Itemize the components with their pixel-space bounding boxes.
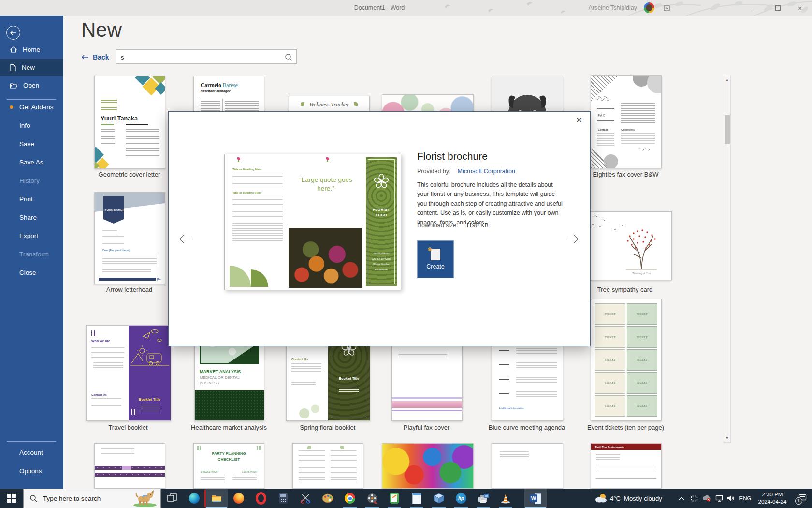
scrollbar-thumb[interactable] bbox=[725, 115, 730, 144]
account-user-name[interactable]: Arseine Tshipidiay bbox=[588, 4, 637, 11]
create-button[interactable]: Create bbox=[417, 240, 454, 278]
text-placeholder-lines bbox=[201, 475, 225, 484]
chrome-icon[interactable] bbox=[339, 489, 361, 508]
sidebar-item-open[interactable]: Open bbox=[0, 76, 63, 94]
back-link[interactable]: Back bbox=[81, 53, 109, 61]
text-placeholder-lines bbox=[101, 129, 115, 146]
search-icon[interactable] bbox=[285, 53, 292, 61]
footer-bar bbox=[99, 278, 156, 281]
sidebar-item-save-as[interactable]: Save As bbox=[19, 159, 44, 166]
volume-tray-icon[interactable] bbox=[725, 489, 737, 508]
template-two-column-doc[interactable] bbox=[292, 443, 363, 489]
template-eighties-fax[interactable]: FAX Contact Comments bbox=[591, 75, 662, 168]
firefox-icon[interactable] bbox=[228, 489, 250, 508]
gallery-scrollbar[interactable]: ▲ ▼ bbox=[724, 75, 731, 443]
calculator-icon[interactable] bbox=[272, 489, 294, 508]
text-placeholder-lines bbox=[291, 382, 316, 386]
squiggle-decor bbox=[597, 95, 613, 101]
notification-center-icon[interactable]: 1 bbox=[793, 489, 812, 508]
leaf-decor bbox=[301, 102, 304, 106]
text-placeholder-lines bbox=[232, 174, 283, 187]
onedrive-error-tray-icon[interactable] bbox=[701, 489, 712, 508]
clock[interactable]: 2:30 PM 2024-04-24 bbox=[753, 489, 792, 508]
start-button[interactable] bbox=[0, 489, 23, 508]
sidebar-item-new[interactable]: New bbox=[0, 59, 63, 76]
task-view-button[interactable] bbox=[161, 489, 183, 508]
dialog-close-icon[interactable]: ✕ bbox=[573, 114, 585, 126]
window-title: Document1 - Word bbox=[285, 4, 474, 11]
provided-by-row: Provided by:Microsoft Corporation bbox=[417, 168, 515, 175]
template-search-box[interactable] bbox=[116, 49, 297, 64]
restore-button[interactable] bbox=[768, 0, 788, 16]
text-placeholder-lines bbox=[91, 345, 124, 359]
network-tray-icon[interactable] bbox=[713, 489, 725, 508]
sidebar-item-account[interactable]: Account bbox=[19, 449, 43, 456]
sidebar-item-save[interactable]: Save bbox=[19, 140, 34, 148]
virtualbox-icon[interactable] bbox=[428, 489, 450, 508]
movie-maker-icon[interactable] bbox=[361, 489, 383, 508]
avatar[interactable] bbox=[644, 2, 654, 13]
next-template-arrow[interactable] bbox=[564, 233, 580, 245]
back-arrow-icon bbox=[81, 54, 89, 60]
weather-text[interactable]: 4°C Mostly cloudy bbox=[610, 489, 673, 508]
halftone-decor bbox=[195, 390, 264, 420]
search-dog-graphic bbox=[131, 490, 159, 507]
hp-icon[interactable]: hp bbox=[450, 489, 472, 508]
text-placeholder-lines bbox=[399, 352, 447, 358]
provider-link[interactable]: Microsoft Corporation bbox=[457, 168, 515, 175]
edge-icon[interactable] bbox=[183, 489, 205, 508]
snipping-tool-icon[interactable] bbox=[294, 489, 317, 508]
backstage-sidebar: Home New Open Get Add-ins Info Save Save… bbox=[0, 16, 63, 489]
weather-icon[interactable] bbox=[592, 489, 609, 508]
template-party-planning-checklist[interactable]: PARTY PLANNING CHECKLIST 3 WEEKS PRIOR 3… bbox=[193, 443, 264, 489]
scroll-down-arrow[interactable]: ▼ bbox=[724, 434, 730, 442]
template-tree-sympathy-card[interactable]: Thinking of You bbox=[579, 211, 672, 280]
opera-icon[interactable] bbox=[250, 489, 272, 508]
sidebar-item-export[interactable]: Export bbox=[19, 232, 38, 239]
template-arrow-letterhead[interactable]: [YOUR NAME] Dear [Recipient Name] bbox=[94, 192, 165, 284]
previous-template-arrow[interactable] bbox=[178, 233, 195, 245]
template-label: Geometric cover letter bbox=[85, 171, 174, 178]
rule bbox=[596, 472, 656, 472]
taskbar-search[interactable] bbox=[23, 489, 161, 508]
word-taskbar-icon[interactable]: W bbox=[524, 489, 547, 508]
footer-arrow bbox=[157, 278, 161, 281]
template-travel-booklet[interactable]: Who we are Contact Us Booklet Title bbox=[86, 325, 171, 421]
flower-logo-icon bbox=[374, 174, 389, 189]
minimize-button[interactable] bbox=[745, 0, 766, 16]
template-purple-bars-doc[interactable] bbox=[94, 443, 165, 489]
paint-icon[interactable] bbox=[317, 489, 339, 508]
template-blank-doc[interactable] bbox=[492, 443, 563, 489]
close-window-button[interactable]: × bbox=[790, 0, 810, 16]
taskbar-search-input[interactable] bbox=[42, 494, 131, 503]
text-placeholder-lines bbox=[500, 451, 529, 457]
template-event-tickets[interactable]: TICKET TICKET TICKET TICKET TICKET TICKE… bbox=[591, 299, 662, 421]
sidebar-item-share[interactable]: Share bbox=[19, 214, 37, 221]
template-search-input[interactable] bbox=[116, 50, 286, 64]
template-geometric-cover-letter[interactable]: Yuuri Tanaka bbox=[94, 76, 165, 169]
text-placeholder-lines bbox=[93, 362, 123, 371]
notepad-icon[interactable] bbox=[406, 489, 428, 508]
fax-printer-icon[interactable] bbox=[472, 489, 494, 508]
sidebar-item-get-add-ins[interactable]: Get Add-ins bbox=[19, 104, 54, 111]
file-explorer-icon[interactable] bbox=[205, 489, 228, 508]
photo-editor-icon[interactable] bbox=[383, 489, 406, 508]
vlc-icon[interactable] bbox=[494, 489, 517, 508]
sidebar-item-close[interactable]: Close bbox=[19, 269, 36, 276]
rule bbox=[596, 478, 656, 479]
text-placeholder-lines bbox=[621, 133, 655, 144]
sidebar-item-print[interactable]: Print bbox=[19, 195, 33, 203]
back-button[interactable] bbox=[6, 26, 20, 40]
scroll-up-arrow[interactable]: ▲ bbox=[724, 76, 730, 84]
sidebar-item-options[interactable]: Options bbox=[19, 467, 42, 475]
sidebar-item-home[interactable]: Home bbox=[0, 41, 63, 59]
stripe-decor bbox=[122, 466, 131, 470]
text-placeholder-lines bbox=[102, 230, 117, 233]
language-indicator[interactable]: ENG bbox=[738, 489, 753, 508]
screen-clip-tray-icon[interactable] bbox=[688, 489, 700, 508]
ribbon-display-options-icon[interactable] bbox=[656, 0, 677, 16]
template-colorful-abstract[interactable] bbox=[382, 443, 474, 489]
sidebar-item-info[interactable]: Info bbox=[19, 122, 30, 129]
template-field-trip-assignments[interactable]: Field Trip Assignments bbox=[591, 443, 662, 489]
tray-chevron-icon[interactable] bbox=[677, 489, 686, 508]
